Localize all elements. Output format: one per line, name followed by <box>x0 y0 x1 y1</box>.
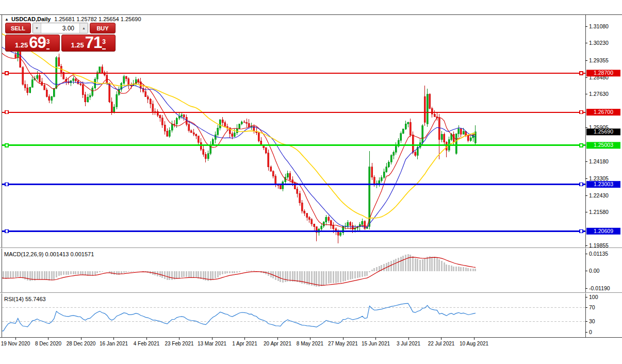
svg-text:22 Jul 2021: 22 Jul 2021 <box>428 341 455 346</box>
svg-text:1.24180: 1.24180 <box>589 158 609 164</box>
svg-text:0: 0 <box>589 329 592 335</box>
one-click-trade-widget: SELL ▼ 3.00 ▲ BUY 1.25 69 3 1.25 71 3 <box>5 23 116 52</box>
svg-text:1.29355: 1.29355 <box>589 57 609 63</box>
sell-price-pip: 3 <box>46 35 50 49</box>
volume-increase-icon[interactable]: ▲ <box>79 23 88 33</box>
collapse-arrow-icon[interactable]: ▲ <box>5 17 9 22</box>
svg-text:1.25003: 1.25003 <box>594 142 613 148</box>
svg-text:1.19855: 1.19855 <box>589 242 609 249</box>
svg-text:0.01135: 0.01135 <box>589 251 608 257</box>
rsi-indicator-label: RSI(14) 55.7463 <box>4 296 46 302</box>
sell-button[interactable]: SELL <box>5 23 31 34</box>
hline-handle[interactable] <box>5 72 8 75</box>
svg-text:8 May 2021: 8 May 2021 <box>297 341 324 346</box>
sell-price-frac: 1.25 <box>15 40 28 51</box>
hline-handle[interactable] <box>580 144 583 147</box>
svg-text:1.25690: 1.25690 <box>594 128 613 135</box>
svg-text:-0.01190: -0.01190 <box>589 285 610 291</box>
hline-handle[interactable] <box>5 144 8 147</box>
hline-handle[interactable] <box>5 229 8 233</box>
svg-text:28 Dec 2020: 28 Dec 2020 <box>67 341 96 346</box>
svg-text:100: 100 <box>589 294 598 300</box>
volume-spinner: ▼ 3.00 ▲ <box>32 23 88 34</box>
svg-text:1.27630: 1.27630 <box>589 91 609 97</box>
svg-text:8 Dec 2020: 8 Dec 2020 <box>35 341 62 346</box>
svg-text:0.00: 0.00 <box>589 268 600 274</box>
svg-text:1.20609: 1.20609 <box>594 228 613 234</box>
svg-text:1.28700: 1.28700 <box>594 70 613 76</box>
svg-text:70: 70 <box>589 304 595 310</box>
svg-text:1.21580: 1.21580 <box>589 209 609 215</box>
svg-text:1.22430: 1.22430 <box>589 192 609 198</box>
svg-text:3 Jul 2021: 3 Jul 2021 <box>397 341 421 346</box>
hline-handle[interactable] <box>580 72 583 75</box>
svg-text:1.23003: 1.23003 <box>594 181 613 187</box>
hline-handle[interactable] <box>5 183 8 186</box>
svg-text:13 Mar 2021: 13 Mar 2021 <box>198 341 227 346</box>
svg-text:19 Nov 2020: 19 Nov 2020 <box>1 341 30 346</box>
svg-text:15 Jun 2021: 15 Jun 2021 <box>362 341 390 346</box>
buy-price-frac: 1.25 <box>71 40 84 51</box>
chart-ohlc-values: 1.25681 1.25782 1.25654 1.25690 <box>54 16 141 22</box>
chart-symbol-title: USDCAD,Daily <box>11 16 51 22</box>
svg-text:1.26700: 1.26700 <box>594 109 613 115</box>
hline-handle[interactable] <box>580 111 583 114</box>
svg-text:27 May 2021: 27 May 2021 <box>328 341 358 346</box>
svg-text:1 Apr 2021: 1 Apr 2021 <box>232 341 257 346</box>
macd-indicator-label: MACD(12,26,9) 0.001413 0.001571 <box>4 251 94 257</box>
hline-handle[interactable] <box>580 229 583 233</box>
svg-text:4 Feb 2021: 4 Feb 2021 <box>134 341 160 346</box>
sell-price-box[interactable]: 1.25 69 3 <box>5 35 60 52</box>
hline-handle[interactable] <box>580 183 583 186</box>
svg-text:1.23305: 1.23305 <box>589 175 609 181</box>
buy-price-pip: 3 <box>102 35 106 49</box>
svg-text:1.31080: 1.31080 <box>589 23 609 29</box>
volume-value[interactable]: 3.00 <box>41 23 79 33</box>
svg-text:16 Jan 2021: 16 Jan 2021 <box>100 341 128 346</box>
chart-title-row: ▲ USDCAD,Daily 1.25681 1.25782 1.25654 1… <box>5 16 141 22</box>
buy-price-big: 71 <box>85 35 102 51</box>
svg-text:1.30230: 1.30230 <box>589 40 609 46</box>
svg-text:20 Apr 2021: 20 Apr 2021 <box>264 341 291 346</box>
svg-text:30: 30 <box>589 318 595 324</box>
hline-handle[interactable] <box>5 111 8 114</box>
volume-decrease-icon[interactable]: ▼ <box>33 23 41 33</box>
buy-price-box[interactable]: 1.25 71 3 <box>61 35 116 52</box>
price-chart-canvas[interactable]: 1.310801.302301.293551.284801.276301.259… <box>0 0 622 364</box>
buy-button[interactable]: BUY <box>90 23 116 34</box>
trading-terminal-window: 5M30H1H4D1W1MN 1.310801.302301.293551.28… <box>0 0 622 364</box>
svg-text:23 Feb 2021: 23 Feb 2021 <box>165 341 194 346</box>
sell-price-big: 69 <box>29 35 45 51</box>
svg-text:10 Aug 2021: 10 Aug 2021 <box>460 341 489 346</box>
